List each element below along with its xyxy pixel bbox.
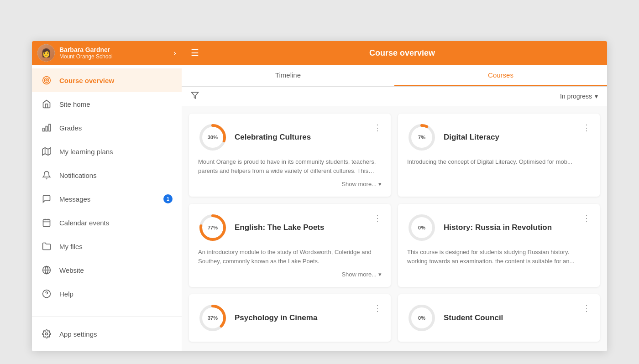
bell-icon bbox=[41, 170, 52, 181]
sidebar-item-label: My files bbox=[59, 243, 83, 250]
course-card-celebrating-cultures: 30% Celebrating Cultures ⋮ Mount Orange … bbox=[189, 114, 391, 197]
progress-ring-psychology-cinema: 37% bbox=[198, 303, 227, 333]
sidebar-footer-app-settings[interactable]: App settings bbox=[32, 322, 182, 346]
course-card-header: 0% History: Russia in Revolution ⋮ bbox=[407, 213, 591, 242]
svg-text:0%: 0% bbox=[418, 315, 425, 321]
svg-text:0%: 0% bbox=[418, 225, 425, 230]
sidebar-item-label: Messages bbox=[59, 195, 90, 203]
svg-point-2 bbox=[46, 79, 47, 81]
help-icon bbox=[41, 288, 52, 299]
sidebar-item-course-overview[interactable]: Course overview bbox=[32, 68, 182, 92]
tabs-bar: Timeline Courses bbox=[182, 65, 607, 87]
avatar: 👩 bbox=[37, 44, 55, 62]
sidebar-nav: Course overview Site home Grades My lear… bbox=[32, 65, 182, 316]
course-card-history-russia: 0% History: Russia in Revolution ⋮ This … bbox=[398, 204, 600, 287]
filter-arrow: ▾ bbox=[595, 93, 598, 100]
progress-ring-digital-literacy: 7% bbox=[407, 123, 436, 152]
user-name: Barbara Gardner bbox=[59, 46, 169, 53]
course-more-button-history-russia[interactable]: ⋮ bbox=[582, 213, 591, 223]
sidebar-item-label: My learning plans bbox=[59, 148, 113, 156]
course-title-english-lake-poets[interactable]: English: The Lake Poets bbox=[235, 223, 366, 232]
course-card-header: 37% Psychology in Cinema ⋮ bbox=[198, 303, 382, 333]
progress-ring-english-lake-poets: 77% bbox=[198, 213, 227, 242]
sidebar-item-label: Website bbox=[59, 266, 84, 274]
sidebar-item-files[interactable]: My files bbox=[32, 234, 182, 258]
home-icon bbox=[41, 99, 52, 109]
globe-icon bbox=[41, 265, 52, 276]
tab-courses[interactable]: Courses bbox=[394, 65, 607, 86]
calendar-icon bbox=[41, 217, 52, 228]
chat-icon bbox=[41, 193, 52, 204]
course-description-english-lake-poets: An introductory module to the study of W… bbox=[198, 248, 382, 265]
gear-icon bbox=[41, 328, 52, 339]
courses-grid: 30% Celebrating Cultures ⋮ Mount Orange … bbox=[182, 106, 607, 351]
svg-text:37%: 37% bbox=[208, 315, 218, 321]
sidebar-item-label: Calendar events bbox=[59, 219, 109, 227]
course-title-psychology-cinema[interactable]: Psychology in Cinema bbox=[235, 313, 366, 322]
bar-chart-icon bbox=[41, 122, 52, 133]
show-more-english-lake-poets[interactable]: Show more... ▾ bbox=[341, 271, 382, 278]
course-title-student-council[interactable]: Student Council bbox=[444, 313, 575, 322]
sidebar-item-label: Notifications bbox=[59, 172, 97, 179]
course-more-button-english-lake-poets[interactable]: ⋮ bbox=[373, 213, 382, 223]
sidebar-item-calendar[interactable]: Calendar events bbox=[32, 211, 182, 234]
course-title-celebrating-cultures[interactable]: Celebrating Cultures bbox=[235, 133, 366, 142]
svg-marker-18 bbox=[192, 92, 199, 99]
course-description-celebrating-cultures: Mount Orange is proud to have in its com… bbox=[198, 157, 382, 175]
course-card-english-lake-poets: 77% English: The Lake Poets ⋮ An introdu… bbox=[189, 204, 391, 287]
user-info: Barbara Gardner Mount Orange School bbox=[59, 46, 169, 60]
svg-text:30%: 30% bbox=[208, 135, 218, 140]
progress-ring-student-council: 0% bbox=[407, 303, 436, 333]
top-bar: ☰ Course overview bbox=[182, 41, 607, 65]
course-more-button-student-council[interactable]: ⋮ bbox=[582, 303, 591, 313]
svg-text:77%: 77% bbox=[208, 225, 218, 230]
sidebar-item-site-home[interactable]: Site home bbox=[32, 92, 182, 116]
badge-messages: 1 bbox=[163, 194, 173, 203]
course-more-button-celebrating-cultures[interactable]: ⋮ bbox=[373, 123, 382, 133]
sidebar-item-grades[interactable]: Grades bbox=[32, 116, 182, 140]
tab-timeline[interactable]: Timeline bbox=[182, 65, 394, 86]
filter-bar: In progress ▾ bbox=[182, 87, 607, 106]
progress-ring-history-russia: 0% bbox=[407, 213, 436, 242]
sidebar: 👩 Barbara Gardner Mount Orange School › … bbox=[32, 41, 182, 351]
expand-sidebar-icon[interactable]: › bbox=[173, 48, 176, 58]
course-card-header: 77% English: The Lake Poets ⋮ bbox=[198, 213, 382, 242]
main-content: ☰ Course overview Timeline Courses In pr… bbox=[182, 41, 607, 351]
sidebar-item-label: Grades bbox=[59, 124, 82, 132]
svg-rect-3 bbox=[49, 125, 50, 131]
filter-label: In progress bbox=[560, 93, 592, 100]
filter-dropdown[interactable]: In progress ▾ bbox=[560, 93, 598, 100]
svg-rect-5 bbox=[43, 128, 44, 131]
progress-ring-celebrating-cultures: 30% bbox=[198, 123, 227, 152]
sidebar-header: 👩 Barbara Gardner Mount Orange School › bbox=[32, 41, 182, 65]
sidebar-item-learning-plans[interactable]: My learning plans bbox=[32, 140, 182, 163]
sidebar-item-website[interactable]: Website bbox=[32, 258, 182, 282]
course-title-digital-literacy[interactable]: Digital Literacy bbox=[444, 133, 575, 142]
map-icon bbox=[41, 146, 52, 157]
sidebar-footer: App settings bbox=[32, 316, 182, 351]
target-icon bbox=[41, 75, 52, 86]
sidebar-item-messages[interactable]: Messages 1 bbox=[32, 187, 182, 211]
sidebar-item-help[interactable]: Help bbox=[32, 282, 182, 306]
svg-rect-4 bbox=[46, 126, 47, 131]
sidebar-item-label: Help bbox=[59, 290, 73, 298]
hamburger-icon[interactable]: ☰ bbox=[191, 47, 199, 58]
svg-marker-6 bbox=[42, 148, 51, 156]
svg-point-17 bbox=[46, 333, 48, 335]
course-card-header: 0% Student Council ⋮ bbox=[407, 303, 591, 333]
sidebar-item-notifications[interactable]: Notifications bbox=[32, 163, 182, 187]
course-description-history-russia: This course is designed for students stu… bbox=[407, 248, 591, 265]
filter-icon[interactable] bbox=[191, 91, 199, 101]
course-more-button-digital-literacy[interactable]: ⋮ bbox=[582, 123, 591, 133]
sidebar-item-label: Site home bbox=[59, 100, 90, 108]
course-card-psychology-cinema: 37% Psychology in Cinema ⋮ bbox=[189, 294, 391, 342]
course-card-student-council: 0% Student Council ⋮ bbox=[398, 294, 600, 342]
course-title-history-russia[interactable]: History: Russia in Revolution bbox=[444, 223, 575, 232]
course-card-digital-literacy: 7% Digital Literacy ⋮ Introducing the co… bbox=[398, 114, 600, 197]
course-card-header: 30% Celebrating Cultures ⋮ bbox=[198, 123, 382, 152]
show-more-celebrating-cultures[interactable]: Show more... ▾ bbox=[341, 181, 382, 187]
svg-point-1 bbox=[44, 78, 49, 83]
course-more-button-psychology-cinema[interactable]: ⋮ bbox=[373, 303, 382, 313]
svg-text:7%: 7% bbox=[418, 135, 425, 140]
sidebar-footer-label: App settings bbox=[59, 330, 97, 338]
